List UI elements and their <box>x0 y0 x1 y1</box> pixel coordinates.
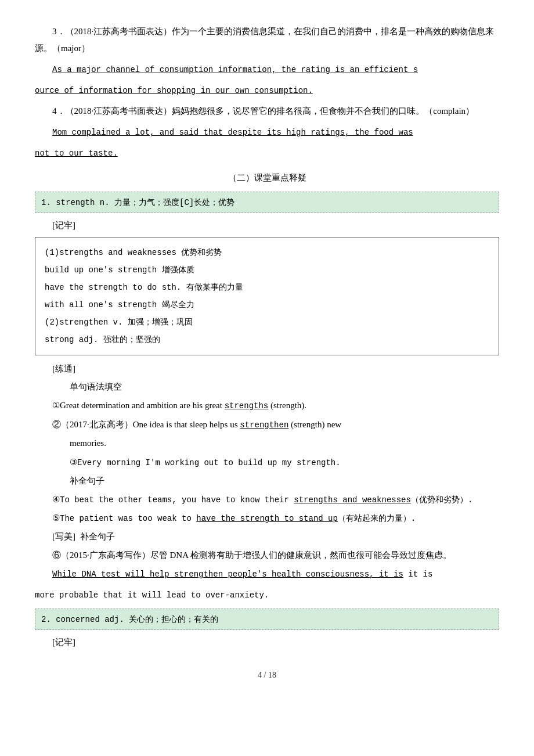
box-line-3: have the strength to do sth. 有做某事的力量 <box>45 279 489 296</box>
word2-highlight: 2. concerned adj. 关心的；担心的；有关的 <box>35 609 499 630</box>
item3-number: 3 <box>52 27 57 36</box>
ex2-text-after: (strength) new <box>288 420 341 429</box>
section-title: （二）课堂重点释疑 <box>35 170 499 186</box>
ex2-text-before: One idea is that sleep helps us <box>133 420 240 429</box>
exercise-item-1: ①Great determination and ambition are hi… <box>35 397 499 414</box>
page-content: 3．（2018·江苏高考书面表达）作为一个主要的消费信息渠道，在我们自己的消费中… <box>35 23 499 650</box>
word2-jijin: [记牢] <box>35 635 499 650</box>
word1-highlight: 1. strength n. 力量；力气；强度[C]长处；优势 <box>35 192 499 213</box>
item3-english-line2: ource of information for shopping in our… <box>35 82 499 98</box>
ex2-source: （2017·北京高考） <box>61 420 133 429</box>
ex6-num: ⑥ <box>52 550 61 560</box>
box-line-1: (1)strengths and weaknesses 优势和劣势 <box>45 244 489 261</box>
exercise-item-5: ⑤The patient was too weak to have the st… <box>35 510 499 527</box>
box-line-6: strong adj. 强壮的；坚强的 <box>45 332 489 348</box>
ex6-english-line1: While DNA test will help strengthen peop… <box>35 566 499 582</box>
ex1-underline: strengths <box>225 401 269 411</box>
word1-sublabel2: 补全句子 <box>35 473 499 489</box>
box-line-5: (2)strengthen v. 加强；增强；巩固 <box>45 314 489 330</box>
ex5-num: ⑤ <box>52 513 60 523</box>
ex4-text-after: （优势和劣势）. <box>411 495 472 505</box>
ex1-text-before: Great determination and ambition are his… <box>60 401 225 410</box>
page-footer: 4 / 18 <box>35 668 499 682</box>
ex3-num: ③ <box>70 458 77 467</box>
word1-sublabel1: 单句语法填空 <box>35 379 499 395</box>
ex5-underline: have the strength to stand up <box>196 514 338 523</box>
item3-english-line1: As a major channel of consumption inform… <box>52 65 418 74</box>
box-line-2: build up one's strength 增强体质 <box>45 262 489 278</box>
item4-english-line1: Mom complained a lot, and said that desp… <box>35 124 499 141</box>
ex1-text-after: (strength). <box>268 401 306 410</box>
ex6-english-line2: more probable that it will lead to over-… <box>35 587 499 603</box>
word1-xieme: [写美] 补全句子 <box>35 529 499 545</box>
ex4-underline: strengths and weaknesses <box>294 495 411 505</box>
item4-chinese-text: 妈妈抱怨很多，说尽管它的排名很高，但食物并不合我们的口味。（complain） <box>172 106 474 116</box>
ex2-underline: strengthen <box>240 420 288 430</box>
exercise-item-2: ②（2017·北京高考）One idea is that sleep helps… <box>35 416 499 433</box>
item3-english: As a major channel of consumption inform… <box>35 61 499 78</box>
box-line-4: with all one's strength 竭尽全力 <box>45 297 489 313</box>
ex3-text: Every morning I'm working out to build u… <box>77 458 341 467</box>
ex5-text-after: （有站起来的力量）. <box>338 514 416 523</box>
item3-chinese: 3．（2018·江苏高考书面表达）作为一个主要的消费信息渠道，在我们自己的消费中… <box>35 23 499 56</box>
item3-source: （2018·江苏高考书面表达） <box>66 27 172 36</box>
item4-english-line2: not to our taste. <box>35 145 499 161</box>
exercise-item-4: ④To beat the other teams, you have to kn… <box>35 491 499 508</box>
item4-chinese: 4．（2018·江苏高考书面表达）妈妈抱怨很多，说尽管它的排名很高，但食物并不合… <box>35 103 499 120</box>
ex6-chinese: 尽管 DNA 检测将有助于增强人们的健康意识，然而也很可能会导致过度焦虑。 <box>150 550 452 560</box>
ex1-num: ① <box>52 401 60 410</box>
ex4-num: ④ <box>52 495 60 504</box>
exercise-item-6-cn: ⑥（2015·广东高考写作）尽管 DNA 检测将有助于增强人们的健康意识，然而也… <box>35 547 499 564</box>
ex2-num: ② <box>52 420 61 429</box>
ex6-it: it is <box>403 570 432 579</box>
ex2-continuation: memories. <box>35 435 499 452</box>
word1-box: (1)strengths and weaknesses 优势和劣势 build … <box>35 237 499 355</box>
item4-number: 4 <box>52 106 57 116</box>
ex5-text-before: The patient was too weak to <box>60 514 196 523</box>
word1-jijin: [记牢] <box>35 218 499 233</box>
ex6-source: （2015·广东高考写作） <box>61 550 150 560</box>
word1-liantong: [练通] <box>35 361 499 377</box>
item4-source: （2018·江苏高考书面表达） <box>66 106 172 116</box>
exercise-item-3: ③Every morning I'm working out to build … <box>35 454 499 471</box>
ex4-text-before: To beat the other teams, you have to kno… <box>60 495 294 505</box>
